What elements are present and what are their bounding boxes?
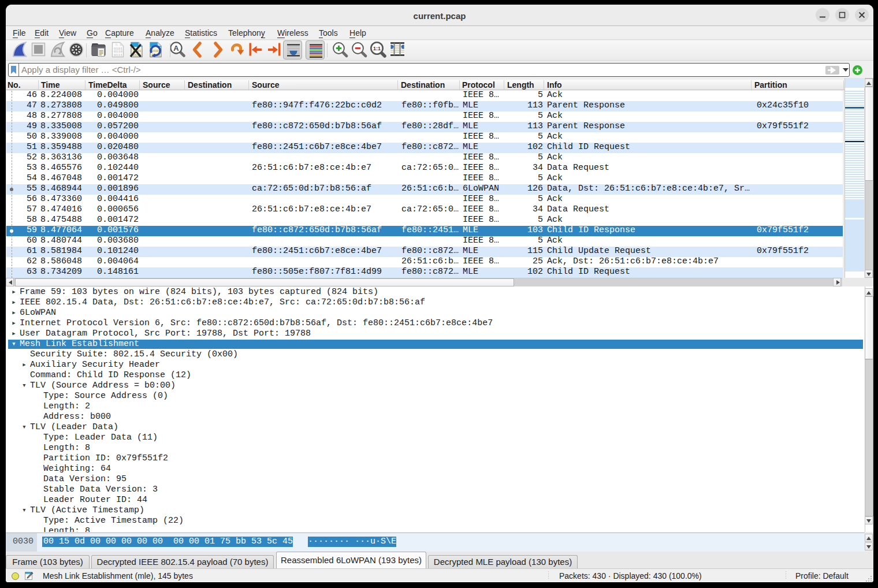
svg-text:A: A (173, 44, 179, 53)
svg-text:0111: 0111 (114, 53, 122, 57)
svg-text:1:1: 1:1 (373, 46, 381, 51)
